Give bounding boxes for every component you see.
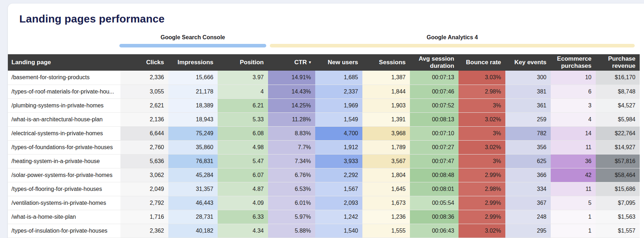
cell-sessions: 1,789 [362,140,410,154]
cell-sessions: 1,673 [362,196,410,210]
cell-avg_session_duration: 00:07:10 [410,126,459,140]
cell-bounce_rate: 2.99% [459,210,505,224]
cell-sessions: 3,567 [362,154,410,168]
cell-bounce_rate: 2.98% [459,182,505,196]
table-row: /ventilation-systems-in-private-homes2,7… [8,196,640,210]
cell-sessions: 1,903 [362,98,410,112]
cell-landing_page: /solar-power-systems-for-private-homes [8,168,120,182]
cell-key_events: 366 [505,168,551,182]
cell-sessions: 1,555 [362,224,410,238]
cell-clicks: 2,362 [120,224,168,238]
cell-key_events: 381 [505,85,551,98]
cell-new_users: 1,969 [315,98,362,112]
cell-purchase_revenue: $15,686 [596,182,640,196]
source-group-google-search-console: Google Search Console [119,34,266,47]
cell-ecommerce_purchases: 4 [551,112,596,126]
column-header-key_events[interactable]: Key events [505,54,551,71]
table-row: /types-of-insulation-for-private-houses2… [8,224,640,238]
cell-ecommerce_purchases: 11 [551,182,596,196]
cell-landing_page: /basement-for-storing-products [8,71,120,85]
cell-sessions: 1,236 [362,210,410,224]
column-header-clicks[interactable]: Clicks [120,54,168,71]
cell-avg_session_duration: 00:07:52 [410,98,459,112]
column-header-impressions[interactable]: Impressions [168,54,218,71]
column-header-ctr[interactable]: CTR▾ [268,54,315,71]
table-body: /basement-for-storing-products2,33615,66… [8,71,640,238]
table-header: Landing pageClicksImpressionsPositionCTR… [8,54,640,71]
cell-purchase_revenue: $57,816 [596,154,640,168]
cell-sessions: 3,968 [362,126,410,140]
cell-new_users: 1,567 [315,182,362,196]
cell-purchase_revenue: $22,764 [596,126,640,140]
cell-ecommerce_purchases: 3 [551,98,596,112]
column-header-label: Landing page [11,59,51,66]
cell-key_events: 356 [505,140,551,154]
column-header-label: Impressions [178,59,213,66]
cell-clicks: 6,644 [120,126,168,140]
cell-ecommerce_purchases: 10 [551,71,596,85]
table-row: /types-of-foundations-for-private-houses… [8,140,640,154]
sort-desc-icon[interactable]: ▾ [309,60,311,64]
table-row: /basement-for-storing-products2,33615,66… [8,71,640,85]
cell-avg_session_duration: 00:05:54 [410,196,459,210]
cell-key_events: 334 [505,182,551,196]
cell-ecommerce_purchases: 11 [551,140,596,154]
cell-landing_page: /types-of-foundations-for-private-houses [8,140,120,154]
cell-clicks: 5,636 [120,154,168,168]
cell-ecommerce_purchases: 14 [551,126,596,140]
cell-position: 6.21 [218,98,268,112]
cell-position: 4 [218,85,268,98]
column-header-purchase_revenue[interactable]: Purchase revenue [596,54,640,71]
cell-clicks: 3,055 [120,85,168,98]
cell-new_users: 1,912 [315,140,362,154]
table-row: /heating-system-in-a-private-house5,6367… [8,154,640,168]
source-group-bar [270,44,635,47]
cell-avg_session_duration: 00:08:48 [410,168,459,182]
cell-ctr: 8.83% [268,126,315,140]
cell-impressions: 18,389 [168,98,218,112]
column-header-sessions[interactable]: Sessions [362,54,410,71]
cell-impressions: 75,249 [168,126,218,140]
cell-avg_session_duration: 00:07:13 [410,71,459,85]
landing-pages-table: Landing pageClicksImpressionsPositionCTR… [8,54,640,238]
cell-ctr: 6.53% [268,182,315,196]
column-header-ecommerce_purchases[interactable]: Ecommerce purchases [551,54,596,71]
cell-impressions: 31,357 [168,182,218,196]
cell-new_users: 1,540 [315,224,362,238]
column-header-new_users[interactable]: New users [315,54,362,71]
cell-ecommerce_purchases: 1 [551,210,596,224]
cell-clicks: 1,716 [120,210,168,224]
cell-clicks: 2,792 [120,196,168,210]
cell-avg_session_duration: 00:08:01 [410,182,459,196]
column-header-label: Avg session duration [418,55,454,69]
cell-new_users: 2,337 [315,85,362,98]
column-header-position[interactable]: Position [218,54,268,71]
column-header-label: New users [328,59,358,66]
cell-position: 4.09 [218,196,268,210]
column-header-label: CTR [294,59,307,66]
cell-purchase_revenue: $1,557 [596,224,640,238]
cell-bounce_rate: 3.02% [459,224,505,238]
cell-impressions: 21,178 [168,85,218,98]
table-row: /what-is-an-architectural-house-plan2,13… [8,112,640,126]
cell-ctr: 14.43% [268,85,315,98]
column-header-avg_session_duration[interactable]: Avg session duration [410,54,459,71]
cell-ctr: 5.88% [268,224,315,238]
cell-landing_page: /ventilation-systems-in-private-homes [8,196,120,210]
cell-purchase_revenue: $5,984 [596,112,640,126]
page-title: Landing pages performance [19,13,165,25]
column-header-label: Key events [514,59,546,66]
column-header-label: Purchase revenue [608,55,635,69]
cell-key_events: 625 [505,154,551,168]
column-header-bounce_rate[interactable]: Bounce rate [459,54,505,71]
cell-ctr: 7.7% [268,140,315,154]
cell-bounce_rate: 3.02% [459,112,505,126]
cell-new_users: 2,292 [315,168,362,182]
cell-impressions: 45,284 [168,168,218,182]
cell-key_events: 361 [505,98,551,112]
cell-ctr: 14.91% [268,71,315,85]
column-header-landing_page[interactable]: Landing page [8,54,120,71]
table-row: /electrical-systems-in-private-homes6,64… [8,126,640,140]
cell-bounce_rate: 2.99% [459,168,505,182]
cell-key_events: 248 [505,210,551,224]
